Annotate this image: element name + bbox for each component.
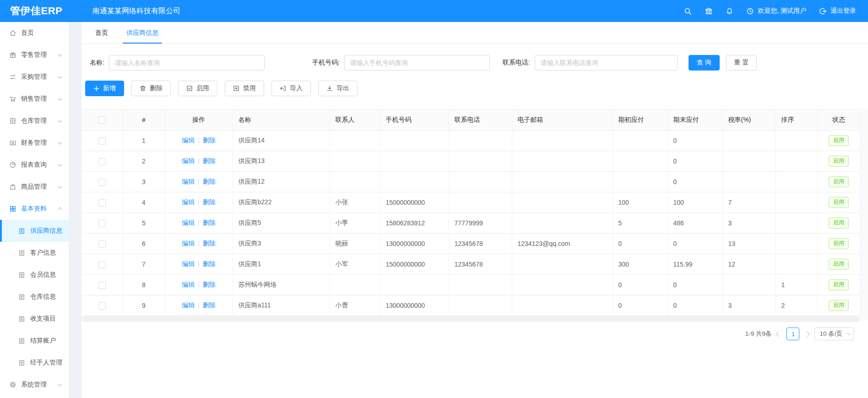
operations-separator: | bbox=[198, 198, 200, 206]
phone-filter-input[interactable] bbox=[535, 55, 678, 71]
user-welcome[interactable]: 欢迎您, 测试用户 bbox=[746, 7, 806, 15]
row-checkbox[interactable] bbox=[98, 179, 106, 186]
sidebar-subitem[interactable]: 客户信息 bbox=[0, 242, 69, 264]
edit-link[interactable]: 编辑 bbox=[182, 240, 195, 247]
cell-closing-payable: 0 bbox=[667, 295, 722, 316]
cell-contact: 小张 bbox=[330, 192, 380, 213]
table-row: 8编辑|删除苏州蜗牛网络001启用 bbox=[81, 275, 860, 295]
toolbar-button-3[interactable]: 禁用 bbox=[225, 81, 264, 96]
toolbar-button-4[interactable]: 导入 bbox=[271, 81, 311, 96]
sidebar-item[interactable]: 仓库管理 bbox=[0, 110, 69, 132]
edit-link[interactable]: 编辑 bbox=[182, 260, 195, 267]
search-icon[interactable] bbox=[684, 7, 692, 15]
row-checkbox[interactable] bbox=[98, 240, 106, 248]
delete-link[interactable]: 删除 bbox=[203, 136, 216, 144]
welcome-text: 欢迎您, 测试用户 bbox=[758, 7, 806, 15]
delete-link[interactable]: 删除 bbox=[203, 301, 216, 309]
sidebar-item[interactable]: 系统管理 bbox=[0, 374, 69, 396]
toolbar-button-2[interactable]: 启用 bbox=[178, 81, 217, 96]
toolbar-button-1[interactable]: 删除 bbox=[131, 81, 171, 96]
cell-mobile: 15000000000 bbox=[380, 254, 449, 275]
cell-closing-payable: 0 bbox=[667, 172, 722, 192]
row-checkbox[interactable] bbox=[98, 302, 106, 310]
row-checkbox[interactable] bbox=[98, 220, 106, 227]
doc-icon bbox=[18, 250, 26, 256]
logout-button[interactable]: 退出登录 bbox=[819, 7, 856, 15]
row-operations: 编辑|删除 bbox=[165, 254, 233, 275]
cell-closing-payable: 0 bbox=[667, 151, 722, 172]
cell-email: 1234123@qq.com bbox=[512, 234, 613, 254]
sidebar-item-label: 客户信息 bbox=[30, 249, 56, 257]
sidebar-item[interactable]: 首页 bbox=[0, 22, 69, 44]
prev-page-icon[interactable] bbox=[776, 331, 782, 337]
sidebar-item[interactable]: 报表查询 bbox=[0, 154, 69, 176]
sidebar-item[interactable]: 财务管理 bbox=[0, 132, 69, 154]
page-size-select[interactable]: 10 条/页 bbox=[814, 327, 854, 340]
row-checkbox[interactable] bbox=[98, 261, 106, 268]
tab-1[interactable]: 供应商信息 bbox=[119, 22, 166, 44]
row-checkbox[interactable] bbox=[98, 282, 106, 289]
sidebar-subitem[interactable]: 会员信息 bbox=[0, 264, 69, 286]
delete-link[interactable]: 删除 bbox=[203, 178, 216, 185]
toolbar-button-label: 导入 bbox=[290, 84, 303, 93]
sidebar-item-label: 经手人管理 bbox=[30, 359, 62, 367]
page-number[interactable]: 1 bbox=[787, 327, 799, 340]
sidebar-item[interactable]: 零售管理 bbox=[0, 44, 69, 66]
cell-name: 供应商5 bbox=[233, 213, 330, 234]
row-checkbox[interactable] bbox=[98, 199, 106, 207]
sidebar-item[interactable]: 采购管理 bbox=[0, 66, 69, 88]
main-panel: 首页供应商信息 名称: 手机号码: 联系电话: 查 询 重 置 新增删除启用禁用… bbox=[81, 22, 868, 398]
sidebar-item-label: 销售管理 bbox=[21, 95, 47, 103]
toolbar-button-0[interactable]: 新增 bbox=[85, 81, 124, 96]
chevron-down-icon bbox=[58, 162, 62, 167]
edit-link[interactable]: 编辑 bbox=[182, 281, 195, 288]
delete-link[interactable]: 删除 bbox=[203, 240, 216, 247]
cell-name: 供应商12 bbox=[233, 172, 330, 192]
edit-link[interactable]: 编辑 bbox=[182, 136, 195, 144]
name-filter-label: 名称: bbox=[90, 59, 104, 67]
cell-contact bbox=[330, 151, 380, 172]
horizontal-scrollbar[interactable] bbox=[81, 316, 860, 322]
reset-button[interactable]: 重 置 bbox=[726, 55, 757, 71]
edit-link[interactable]: 编辑 bbox=[182, 219, 195, 226]
report-icon bbox=[9, 161, 16, 169]
sidebar-subitem[interactable]: 收支项目 bbox=[0, 308, 69, 330]
name-filter-input[interactable] bbox=[109, 55, 265, 71]
cell-sort: 1 bbox=[776, 275, 818, 295]
cell-tax-rate: 3 bbox=[722, 213, 776, 234]
edit-link[interactable]: 编辑 bbox=[182, 301, 195, 309]
row-checkbox[interactable] bbox=[98, 137, 106, 145]
cell-mobile bbox=[380, 151, 449, 172]
bank-icon[interactable] bbox=[705, 7, 713, 15]
delete-link[interactable]: 删除 bbox=[203, 260, 216, 267]
edit-link[interactable]: 编辑 bbox=[182, 198, 195, 206]
next-page-icon[interactable] bbox=[804, 331, 810, 337]
edit-link[interactable]: 编辑 bbox=[182, 178, 195, 185]
delete-link[interactable]: 删除 bbox=[203, 198, 216, 206]
sidebar-item[interactable]: 商品管理 bbox=[0, 176, 69, 198]
delete-link[interactable]: 删除 bbox=[203, 157, 216, 164]
sidebar-subitem[interactable]: 结算账户 bbox=[0, 330, 69, 352]
toolbar-button-5[interactable]: 导出 bbox=[318, 81, 358, 96]
mobile-filter-input[interactable] bbox=[344, 55, 490, 71]
sidebar-subitem[interactable]: 供应商信息 bbox=[0, 220, 69, 242]
status-badge: 启用 bbox=[829, 176, 849, 187]
search-button[interactable]: 查 询 bbox=[689, 55, 720, 71]
delete-link[interactable]: 删除 bbox=[203, 281, 216, 288]
sidebar-subitem[interactable]: 仓库信息 bbox=[0, 286, 69, 308]
sidebar-item[interactable]: 销售管理 bbox=[0, 88, 69, 110]
select-all-checkbox[interactable] bbox=[98, 116, 106, 124]
doc-icon bbox=[18, 228, 26, 234]
sidebar-subitem[interactable]: 经手人管理 bbox=[0, 352, 69, 374]
sidebar-item[interactable]: 基本资料 bbox=[0, 198, 69, 220]
status-badge: 启用 bbox=[829, 259, 849, 270]
delete-link[interactable]: 删除 bbox=[203, 219, 216, 226]
vertical-scrollbar[interactable] bbox=[860, 109, 868, 320]
bell-icon[interactable] bbox=[726, 7, 733, 15]
operations-separator: | bbox=[198, 157, 200, 164]
tab-0[interactable]: 首页 bbox=[88, 22, 115, 44]
cell-opening-payable bbox=[613, 131, 667, 151]
edit-link[interactable]: 编辑 bbox=[182, 157, 195, 164]
row-operations: 编辑|删除 bbox=[165, 234, 233, 254]
row-checkbox[interactable] bbox=[98, 158, 106, 165]
